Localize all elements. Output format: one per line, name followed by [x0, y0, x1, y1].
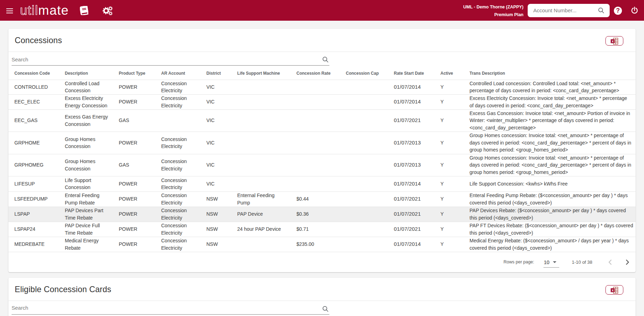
svg-text:X: X	[611, 289, 614, 292]
svg-text:X: X	[611, 40, 614, 43]
